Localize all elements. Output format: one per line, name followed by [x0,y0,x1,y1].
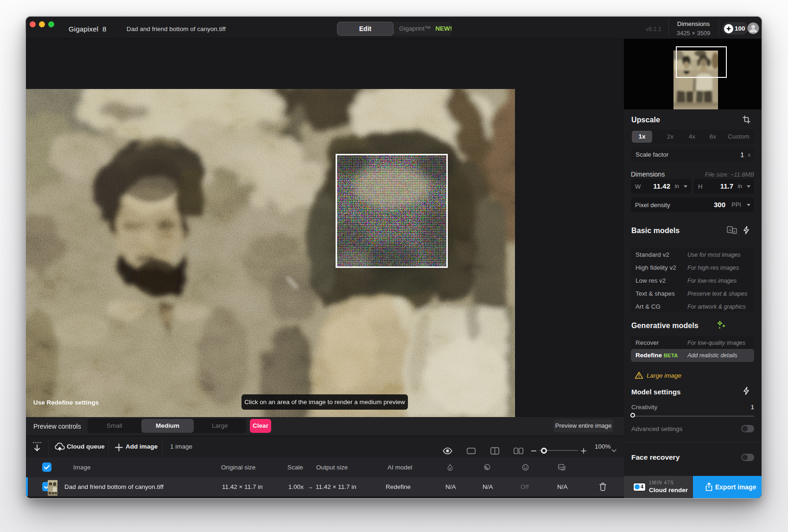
svg-text:A: A [729,228,731,232]
svg-text:a: a [734,230,736,233]
